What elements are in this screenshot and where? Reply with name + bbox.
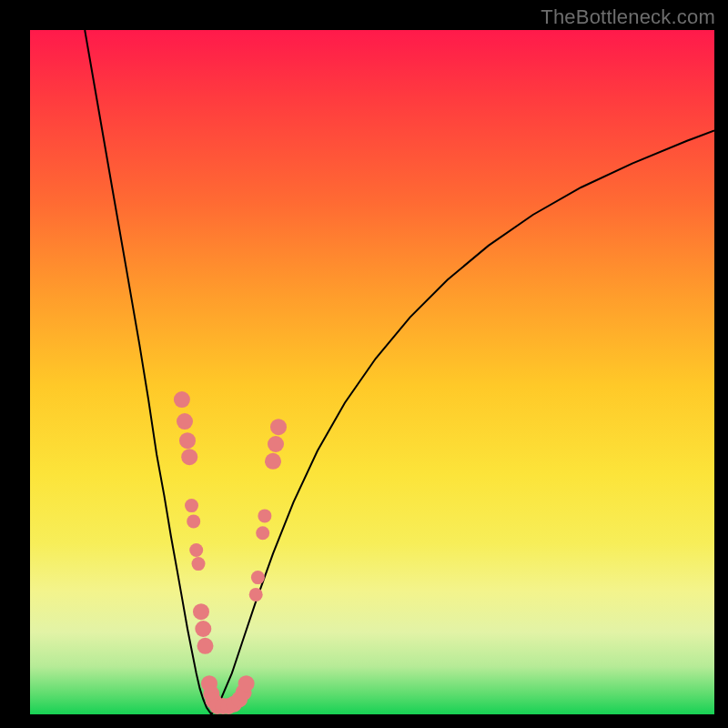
- data-point: [270, 419, 287, 435]
- watermark-text: TheBottleneck.com: [541, 5, 715, 29]
- data-point: [268, 436, 284, 452]
- data-point: [256, 526, 269, 540]
- data-point: [197, 638, 214, 654]
- data-point: [177, 413, 193, 430]
- data-point: [174, 391, 190, 408]
- bottleneck-curve: [30, 30, 714, 714]
- data-point: [185, 499, 198, 512]
- plot-area: [30, 30, 714, 714]
- data-point: [189, 543, 203, 557]
- data-point: [195, 621, 211, 637]
- data-point: [249, 588, 263, 602]
- curve-right: [211, 131, 714, 715]
- data-point: [193, 603, 209, 620]
- curve-left: [85, 30, 211, 714]
- data-point: [238, 675, 255, 692]
- data-point: [181, 449, 197, 465]
- data-point: [187, 514, 200, 528]
- data-point: [192, 557, 206, 571]
- data-point: [251, 571, 265, 584]
- data-point: [258, 509, 271, 522]
- scatter-dots: [174, 391, 287, 714]
- chart-frame: TheBottleneck.com: [0, 0, 728, 728]
- data-point: [265, 453, 281, 470]
- data-point: [179, 432, 196, 449]
